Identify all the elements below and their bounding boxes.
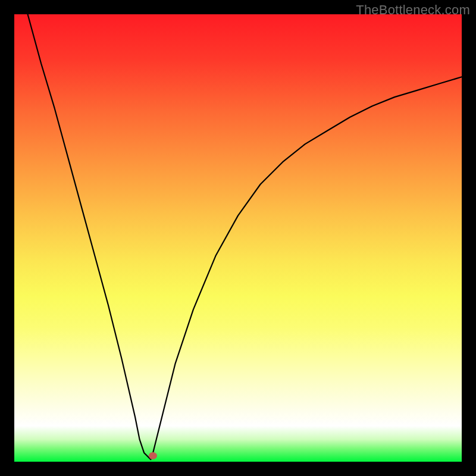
plot-area (14, 14, 462, 462)
bottleneck-marker (149, 452, 157, 459)
bottleneck-curve (14, 14, 462, 462)
chart-container: TheBottleneck.com (0, 0, 476, 476)
